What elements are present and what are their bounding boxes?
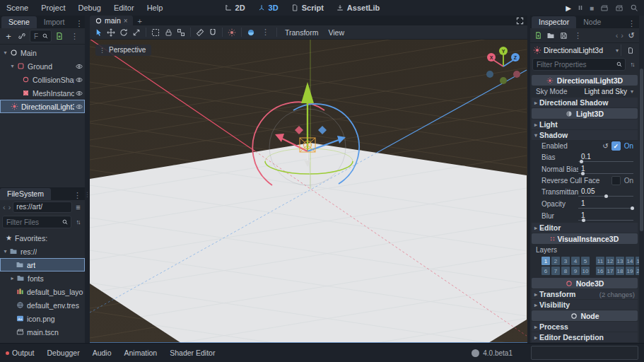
tab-node[interactable]: Node bbox=[576, 16, 608, 28]
enabled-checkbox[interactable]: ✓ bbox=[611, 141, 621, 151]
layer-cell[interactable]: 8 bbox=[561, 267, 570, 275]
expand-icon[interactable]: ▸ bbox=[8, 275, 16, 281]
transform-menu[interactable]: Transform bbox=[281, 28, 322, 37]
bottom-tab-output[interactable]: Output bbox=[6, 349, 35, 357]
scene-tree-item-ground[interactable]: ▾ Ground bbox=[0, 59, 85, 73]
visibility-eye-icon[interactable] bbox=[74, 62, 83, 71]
viewport-3d[interactable]: X Y Z ⋮ Perspective bbox=[90, 40, 527, 343]
filesystem-menu-icon[interactable]: ⋮ bbox=[70, 191, 85, 200]
attach-script-icon[interactable] bbox=[54, 30, 65, 42]
scene-tree-item-directionallight3d[interactable]: DirectionalLight3d bbox=[0, 100, 85, 113]
scale-tool-icon[interactable] bbox=[131, 27, 142, 38]
section-directional-shadow[interactable]: ▸ Directional Shadow bbox=[532, 98, 638, 107]
scene-tree-menu-icon[interactable]: ⋮ bbox=[67, 32, 82, 41]
layer-cell[interactable]: 7 bbox=[551, 267, 560, 275]
add-node-icon[interactable]: + bbox=[3, 30, 14, 42]
sort-icon[interactable]: ↑↓ bbox=[73, 216, 83, 228]
perspective-button[interactable]: ⋮ Perspective bbox=[95, 45, 151, 56]
object-docs-icon[interactable] bbox=[621, 45, 637, 56]
layer-cell[interactable]: 10 bbox=[581, 267, 590, 275]
favorites-row[interactable]: ★ Favorites: bbox=[0, 231, 85, 245]
property-sky-mode[interactable]: Sky Mode Light and Sky ▾ bbox=[532, 86, 638, 97]
fs-item-art[interactable]: art bbox=[0, 258, 85, 272]
history-forward-icon[interactable]: › bbox=[620, 31, 624, 40]
left-splitter[interactable]: ⋮ bbox=[85, 16, 90, 343]
version-info[interactable]: 4.0.beta1 bbox=[472, 349, 513, 357]
bottom-tab-audio[interactable]: Audio bbox=[93, 349, 112, 357]
play-scene-icon[interactable] bbox=[600, 4, 609, 12]
history-icon[interactable]: ↺ bbox=[626, 30, 637, 41]
layer-cell[interactable]: 16 bbox=[596, 267, 604, 275]
section-shadow[interactable]: ▾ Shadow bbox=[532, 130, 638, 140]
scene-tree-item-collisionshape3d[interactable]: CollisionShape3d bbox=[0, 73, 85, 86]
workspace-assetlib[interactable]: AssetLib bbox=[332, 0, 385, 16]
nav-back-icon[interactable]: ‹ bbox=[2, 203, 6, 211]
collapse-icon[interactable]: ▾ bbox=[1, 248, 9, 255]
bottom-tab-debugger[interactable]: Debugger bbox=[47, 349, 80, 357]
workspace-script[interactable]: Script bbox=[286, 0, 329, 16]
close-tab-icon[interactable]: × bbox=[124, 17, 128, 25]
ruler-icon[interactable] bbox=[194, 27, 206, 38]
move-tool-icon[interactable] bbox=[105, 27, 117, 38]
play-icon[interactable]: ▶ bbox=[566, 4, 571, 12]
section-visibility[interactable]: ▸ Visibility bbox=[532, 300, 638, 310]
visibility-eye-icon[interactable] bbox=[74, 102, 83, 111]
layer-cell[interactable]: 17 bbox=[606, 267, 614, 275]
revert-icon[interactable]: ↺ bbox=[602, 142, 608, 150]
new-scene-tab-icon[interactable]: + bbox=[133, 17, 147, 25]
section-light[interactable]: ▸ Light bbox=[532, 119, 638, 129]
collapse-icon[interactable]: ▾ bbox=[8, 63, 16, 69]
layer-cell[interactable]: 11 bbox=[596, 257, 604, 265]
inspector-dock-menu-icon[interactable]: ⋮ bbox=[624, 19, 639, 28]
reverse-cull-checkbox[interactable] bbox=[611, 176, 621, 185]
visibility-eye-icon[interactable] bbox=[74, 75, 83, 84]
layer-cell[interactable]: 19 bbox=[626, 267, 634, 275]
section-process[interactable]: ▸ Process bbox=[532, 322, 638, 332]
scene-tree-item-main[interactable]: ▾ Main bbox=[0, 46, 85, 59]
selection-list-icon[interactable] bbox=[150, 27, 161, 38]
edited-object-row[interactable]: DirectionalLight3d ▾ bbox=[530, 43, 639, 57]
section-editor-description[interactable]: ▸ Editor Description bbox=[532, 332, 638, 342]
select-tool-icon[interactable] bbox=[93, 27, 104, 38]
movie-maker-icon[interactable] bbox=[630, 4, 638, 12]
fs-item-res[interactable]: ▾ res:// bbox=[0, 245, 85, 258]
snap-icon[interactable] bbox=[207, 27, 218, 38]
section-transform[interactable]: ▸ Transform (2 changes) bbox=[532, 289, 638, 299]
filter-node-input[interactable] bbox=[33, 32, 40, 41]
lock-icon[interactable] bbox=[163, 27, 174, 38]
filter-properties-input[interactable] bbox=[535, 60, 614, 69]
layer-cell[interactable]: 9 bbox=[571, 267, 580, 275]
inspector-scrollbar[interactable] bbox=[639, 16, 644, 343]
scene-tree-item-meshinstance3d[interactable]: MeshInstance3d bbox=[0, 86, 85, 100]
save-resource-icon[interactable] bbox=[558, 30, 569, 41]
stop-icon[interactable]: ■ bbox=[590, 4, 594, 12]
bottom-tab-shader-editor[interactable]: Shader Editor bbox=[170, 349, 215, 357]
scene-tab-main[interactable]: main × bbox=[90, 16, 133, 25]
section-editor[interactable]: ▸ Editor bbox=[532, 223, 638, 233]
layer-cell[interactable]: 12 bbox=[606, 257, 614, 265]
pause-icon[interactable] bbox=[578, 4, 583, 11]
instance-scene-icon[interactable] bbox=[16, 30, 28, 42]
fs-item-icon-png[interactable]: icon.png bbox=[0, 312, 85, 325]
split-mode-icon[interactable]: ≡ bbox=[74, 202, 83, 213]
fs-item-fonts[interactable]: ▸ fonts bbox=[0, 272, 85, 285]
layer-cell[interactable]: 14 bbox=[626, 257, 634, 265]
history-back-icon[interactable]: ‹ bbox=[615, 31, 619, 40]
view-menu[interactable]: View bbox=[324, 28, 349, 37]
fs-item-default-env[interactable]: default_env.tres bbox=[0, 298, 85, 312]
tab-import[interactable]: Import bbox=[37, 16, 72, 28]
tab-scene[interactable]: Scene bbox=[1, 16, 37, 28]
bias-spin-slider[interactable]: 0.1 bbox=[578, 152, 633, 163]
new-resource-icon[interactable] bbox=[532, 30, 544, 41]
bottom-tab-animation[interactable]: Animation bbox=[124, 349, 158, 357]
opacity-spin-slider[interactable]: 1 bbox=[578, 199, 633, 209]
workspace-3d[interactable]: 3D bbox=[253, 0, 283, 16]
fs-item-default-bus-layout[interactable]: default_bus_layout.tres bbox=[0, 285, 85, 298]
layer-cell[interactable]: 13 bbox=[616, 257, 624, 265]
load-resource-icon[interactable] bbox=[545, 30, 556, 41]
tab-inspector[interactable]: Inspector bbox=[532, 16, 576, 28]
group-icon[interactable] bbox=[175, 27, 187, 38]
blur-spin-slider[interactable]: 1 bbox=[578, 211, 633, 221]
view-options-icon[interactable]: ⋮ bbox=[258, 28, 273, 37]
preview-environment-icon[interactable] bbox=[245, 27, 257, 38]
